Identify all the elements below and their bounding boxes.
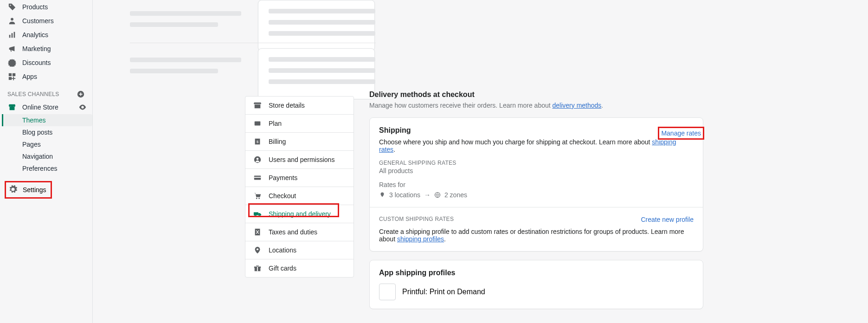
delivery-subtitle: Manage how customers receive their order… [369, 102, 703, 109]
nav-discounts[interactable]: Discounts [0, 56, 92, 70]
settings-locations[interactable]: Locations [245, 241, 354, 259]
gift-icon [253, 264, 262, 273]
settings-label: Plan [269, 120, 282, 127]
apps-icon [7, 72, 17, 81]
svg-point-1 [11, 18, 13, 21]
sales-channels-header: SALES CHANNELS [0, 84, 92, 100]
settings-checkout[interactable]: Checkout [245, 187, 354, 205]
left-sidebar: Products Customers Analytics Marketing D… [0, 0, 93, 323]
svg-point-26 [257, 248, 258, 250]
shipping-section: Shipping Choose where you ship and how m… [370, 118, 703, 207]
rates-summary: 3 locations → 2 zones [379, 191, 694, 199]
shipping-profiles-link[interactable]: shipping profiles [397, 235, 444, 243]
app-row[interactable]: Printful: Print on Demand [379, 284, 694, 300]
nav-label: Customers [22, 17, 54, 25]
truck-icon [253, 209, 262, 219]
nav-apps[interactable]: Apps [0, 70, 92, 84]
all-products: All products [379, 167, 457, 174]
rates-for: Rates for [379, 181, 694, 188]
tag-icon [7, 2, 17, 12]
create-profile-link[interactable]: Create new profile [641, 216, 694, 223]
svg-rect-22 [254, 212, 258, 215]
cart-icon [253, 191, 262, 200]
settings-nav: Store details Plan $Billing Users and pe… [245, 96, 354, 278]
settings-payments[interactable]: Payments [245, 169, 354, 187]
settings-billing[interactable]: $Billing [245, 133, 354, 151]
settings-users[interactable]: Users and permissions [245, 151, 354, 169]
svg-point-0 [10, 5, 11, 6]
app-name: Printful: Print on Demand [402, 288, 485, 296]
svg-point-24 [259, 215, 261, 217]
subnav-themes[interactable]: Themes [2, 114, 92, 126]
nav-analytics[interactable]: Analytics [0, 28, 92, 42]
manage-rates-link[interactable]: Manage rates [661, 129, 701, 137]
settings-label: Billing [269, 138, 286, 145]
delivery-methods-link[interactable]: delivery methods [553, 102, 602, 109]
settings-label: Store details [269, 102, 305, 109]
gear-icon [9, 185, 18, 194]
settings-shipping[interactable]: Shipping and delivery [245, 205, 354, 223]
svg-text:$: $ [257, 140, 259, 144]
svg-rect-13 [255, 122, 261, 126]
custom-rates-section: CUSTOM SHIPPING RATES Create new profile… [370, 207, 703, 251]
svg-point-20 [256, 198, 257, 199]
payments-icon [253, 173, 262, 182]
settings-gift-cards[interactable]: Gift cards [245, 259, 354, 277]
svg-point-23 [255, 215, 257, 217]
nav-label: Products [22, 3, 48, 11]
text: Manage how customers receive their order… [369, 102, 553, 109]
delivery-title: Delivery methods at checkout [369, 90, 703, 99]
nav-customers[interactable]: Customers [0, 14, 92, 28]
nav-products[interactable]: Products [0, 0, 92, 14]
settings-label: Gift cards [269, 265, 296, 272]
nav-label: Marketing [22, 45, 51, 52]
svg-point-17 [257, 158, 259, 160]
subnav-pages[interactable]: Pages [2, 138, 92, 150]
settings-label: Shipping and delivery [269, 210, 331, 218]
nav-label: Analytics [22, 31, 48, 39]
billing-icon: $ [253, 137, 262, 146]
arrow-icon: → [424, 191, 431, 199]
settings-label: Settings [23, 186, 46, 194]
location-icon [253, 245, 262, 255]
subnav-label: Themes [22, 116, 46, 124]
settings-label: Payments [269, 174, 297, 181]
custom-desc: Create a shipping profile to add custom … [379, 228, 694, 243]
svg-rect-11 [10, 107, 15, 110]
shipping-desc: Choose where you ship and how much you c… [379, 138, 694, 153]
settings-label: Taxes and duties [269, 228, 317, 236]
subnav-blog-posts[interactable]: Blog posts [2, 126, 92, 138]
plan-icon [253, 119, 262, 128]
storefront-icon [253, 101, 262, 110]
svg-rect-5 [9, 73, 12, 76]
nav-label: Online Store [22, 103, 58, 111]
subnav-preferences[interactable]: Preferences [2, 162, 92, 174]
nav-label: Apps [22, 73, 37, 80]
nav-label: Discounts [22, 59, 51, 66]
svg-point-21 [258, 198, 260, 199]
settings-button[interactable]: Settings [5, 181, 52, 199]
settings-label: Locations [269, 246, 296, 254]
locations-text: 3 locations [389, 191, 420, 199]
add-channel-icon[interactable] [77, 90, 85, 98]
analytics-icon [7, 30, 17, 39]
svg-rect-19 [254, 177, 261, 178]
settings-label: Checkout [269, 192, 296, 200]
app-profiles-card: App shipping profiles Printful: Print on… [369, 260, 703, 309]
custom-rates-label: CUSTOM SHIPPING RATES [379, 216, 454, 222]
settings-store-details[interactable]: Store details [245, 97, 354, 115]
eye-icon[interactable] [78, 103, 87, 111]
person-icon [7, 16, 17, 26]
delivery-header: Delivery methods at checkout Manage how … [369, 90, 703, 109]
svg-rect-6 [13, 73, 15, 76]
settings-label: Users and permissions [269, 156, 334, 163]
settings-plan[interactable]: Plan [245, 115, 354, 133]
shipping-card: Shipping Choose where you ship and how m… [369, 117, 703, 252]
subnav-navigation[interactable]: Navigation [2, 150, 92, 162]
settings-taxes[interactable]: Taxes and duties [245, 223, 354, 241]
svg-rect-12 [255, 104, 261, 108]
nav-marketing[interactable]: Marketing [0, 42, 92, 56]
globe-icon [434, 192, 441, 198]
nav-online-store[interactable]: Online Store [0, 100, 92, 114]
svg-rect-3 [12, 33, 13, 38]
